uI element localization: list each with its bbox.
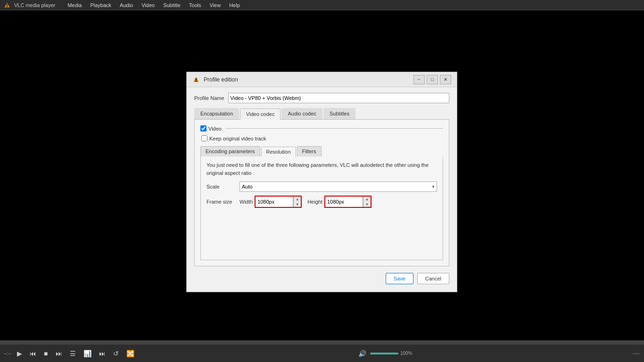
- keep-original-text: Keep original video track: [209, 136, 266, 141]
- time-elapsed: --:--: [4, 351, 11, 356]
- profile-name-row: Profile Name: [194, 93, 449, 103]
- extended-controls-button[interactable]: 📊: [82, 349, 93, 358]
- height-decrement-button[interactable]: ▼: [363, 202, 371, 207]
- height-field: Height ▲ ▼: [307, 196, 372, 208]
- height-spinner: ▲ ▼: [363, 197, 371, 207]
- dialog-title: Profile edition: [204, 76, 413, 83]
- progress-bar[interactable]: [0, 341, 644, 345]
- menu-media[interactable]: Media: [64, 1, 85, 9]
- profile-edition-dialog: Profile edition − □ ✕ Profile Name Encap…: [186, 72, 457, 292]
- menu-audio[interactable]: Audio: [116, 1, 137, 9]
- random-button[interactable]: 🔀: [124, 349, 136, 358]
- inner-tab-resolution[interactable]: Resolution: [261, 147, 296, 157]
- svg-rect-1: [6, 6, 8, 7]
- controls-row: --:-- ▶ ⏮ ■ ⏭ ☰ 📊 ⏭ ↺ 🔀 🔊 100% --:--: [0, 345, 644, 362]
- close-button[interactable]: ✕: [440, 75, 451, 84]
- volume-bar[interactable]: [370, 353, 398, 354]
- maximize-button[interactable]: □: [427, 75, 438, 84]
- video-divider: [225, 128, 443, 129]
- app-title: VLC media player: [14, 2, 55, 8]
- width-decrement-button[interactable]: ▼: [294, 202, 301, 207]
- scale-row: Scale Auto 1:1 1:2 2:1 ▼: [206, 181, 437, 192]
- inner-tab-filters[interactable]: Filters: [297, 146, 322, 156]
- video-checkbox[interactable]: [200, 125, 206, 132]
- menu-view[interactable]: View: [206, 1, 225, 9]
- tab-audio-codec[interactable]: Audio codec: [281, 108, 322, 119]
- dialog-titlebar: Profile edition − □ ✕: [187, 72, 457, 87]
- width-increment-button[interactable]: ▲: [294, 197, 301, 202]
- minimize-button[interactable]: −: [413, 75, 425, 84]
- height-increment-button[interactable]: ▲: [363, 197, 371, 202]
- scale-select[interactable]: Auto 1:1 1:2 2:1: [239, 181, 437, 192]
- cancel-button[interactable]: Cancel: [417, 273, 449, 284]
- svg-rect-6: [195, 79, 197, 80]
- keep-original-checkbox[interactable]: [201, 135, 207, 141]
- resolution-description: You just need to fill one of the three f…: [206, 161, 437, 177]
- keep-original-row: Keep original video track: [200, 135, 443, 141]
- frame-size-inputs: Width ▲ ▼: [239, 196, 372, 208]
- frame-size-label: Frame size: [206, 199, 239, 205]
- height-label: Height: [307, 199, 322, 205]
- volume-area: 🔊 100%: [356, 349, 413, 358]
- width-label: Width: [239, 199, 253, 205]
- svg-rect-5: [195, 81, 198, 82]
- vlc-logo-icon: [4, 2, 10, 8]
- time-total: --:--: [633, 351, 640, 356]
- main-tabs: Encapsulation Video codec Audio codec Su…: [194, 108, 449, 120]
- tab-subtitles[interactable]: Subtitles: [323, 108, 355, 119]
- height-input-wrapper: ▲ ▼: [324, 196, 372, 208]
- scale-label: Scale: [206, 184, 239, 189]
- dialog-buttons: Save Cancel: [194, 273, 449, 284]
- profile-name-input[interactable]: [228, 93, 449, 103]
- toggle-playlist-button[interactable]: ☰: [68, 349, 78, 358]
- dialog-vlc-icon: [192, 76, 200, 83]
- frame-size-row: Frame size Width ▲ ▼: [206, 196, 437, 208]
- frame-by-frame-button[interactable]: ⏭: [97, 349, 107, 358]
- menu-video[interactable]: Video: [138, 1, 158, 9]
- bottom-bar: --:-- ▶ ⏮ ■ ⏭ ☰ 📊 ⏭ ↺ 🔀 🔊 100% --:--: [0, 340, 644, 362]
- next-button[interactable]: ⏭: [54, 349, 64, 358]
- svg-rect-7: [196, 78, 197, 79]
- volume-icon[interactable]: 🔊: [356, 349, 368, 358]
- menu-tools[interactable]: Tools: [185, 1, 205, 9]
- inner-tab-content: You just need to fill one of the three f…: [200, 156, 443, 260]
- width-field: Width ▲ ▼: [239, 196, 302, 208]
- height-input[interactable]: [325, 197, 363, 207]
- volume-fill: [370, 353, 398, 354]
- dialog-control-buttons: − □ ✕: [413, 75, 451, 84]
- svg-rect-3: [7, 3, 8, 4]
- stop-button[interactable]: ■: [42, 349, 50, 358]
- volume-label: 100%: [400, 351, 413, 356]
- inner-tab-encoding-params[interactable]: Encoding parameters: [200, 146, 260, 156]
- tab-encapsulation[interactable]: Encapsulation: [194, 108, 239, 119]
- play-button[interactable]: ▶: [15, 349, 24, 358]
- keep-original-label[interactable]: Keep original video track: [200, 135, 443, 141]
- video-label: Video: [208, 126, 222, 132]
- main-video-area: Profile edition − □ ✕ Profile Name Encap…: [0, 10, 644, 340]
- dialog-content: Profile Name Encapsulation Video codec A…: [187, 87, 457, 292]
- tab-video-codec[interactable]: Video codec: [240, 108, 281, 120]
- inner-tabs: Encoding parameters Resolution Filters: [200, 146, 443, 156]
- width-input[interactable]: [256, 197, 293, 207]
- menubar: VLC media player Media Playback Audio Vi…: [0, 0, 644, 10]
- menu-subtitle[interactable]: Subtitle: [159, 1, 184, 9]
- svg-rect-2: [6, 5, 8, 6]
- video-section: Video: [200, 125, 443, 132]
- width-spinner: ▲ ▼: [293, 197, 301, 207]
- video-checkbox-label[interactable]: Video: [200, 125, 222, 132]
- scale-select-wrapper: Auto 1:1 1:2 2:1 ▼: [239, 181, 437, 192]
- menu-help[interactable]: Help: [225, 1, 244, 9]
- save-button[interactable]: Save: [386, 273, 413, 284]
- width-input-wrapper: ▲ ▼: [255, 196, 302, 208]
- main-tab-content: Video Keep original video track Encoding…: [194, 120, 449, 266]
- menu-playback[interactable]: Playback: [86, 1, 115, 9]
- profile-name-label: Profile Name: [194, 95, 224, 101]
- prev-button[interactable]: ⏮: [28, 349, 38, 358]
- loop-button[interactable]: ↺: [111, 349, 121, 358]
